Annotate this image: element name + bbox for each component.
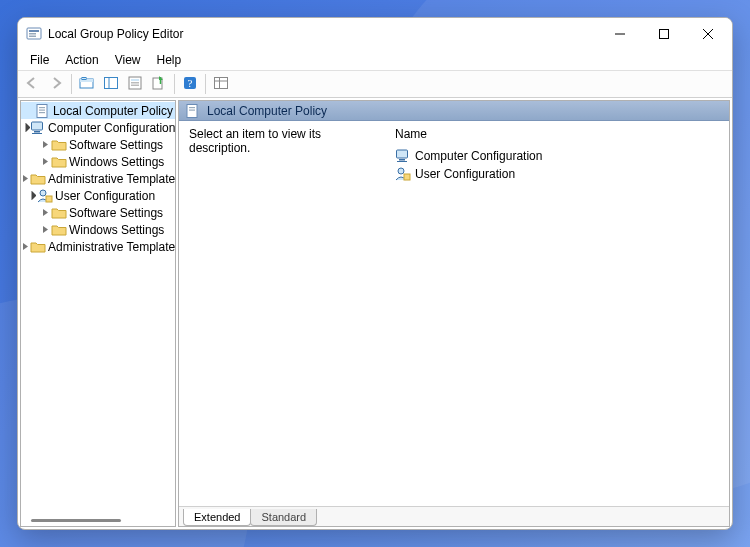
- list-item-user-configuration[interactable]: User Configuration: [393, 165, 723, 183]
- horizontal-scrollbar[interactable]: [21, 514, 175, 526]
- svg-rect-24: [32, 122, 43, 130]
- svg-rect-32: [397, 150, 408, 158]
- tree-label: Computer Configuration: [48, 121, 175, 135]
- maximize-button[interactable]: [642, 19, 686, 49]
- properties-icon: [127, 75, 143, 94]
- svg-rect-29: [187, 104, 197, 117]
- menu-help[interactable]: Help: [149, 51, 190, 69]
- folder-icon: [51, 205, 67, 221]
- svg-rect-34: [397, 161, 407, 162]
- collapse-twisty-icon[interactable]: [39, 208, 51, 217]
- document-icon: [185, 103, 201, 119]
- forward-button[interactable]: [45, 73, 67, 95]
- tree-node-software-settings[interactable]: Software Settings: [21, 204, 175, 221]
- expand-twisty-icon[interactable]: [21, 123, 30, 132]
- properties-button[interactable]: [124, 73, 146, 95]
- menubar: File Action View Help: [18, 50, 732, 70]
- list-item-computer-configuration[interactable]: Computer Configuration: [393, 147, 723, 165]
- detail-pane: Local Computer Policy Select an item to …: [178, 100, 730, 527]
- user-config-icon: [395, 166, 411, 182]
- svg-rect-25: [34, 131, 40, 133]
- tree-label: Administrative Templates: [48, 240, 175, 254]
- tree-label: Windows Settings: [69, 223, 164, 237]
- svg-rect-22: [39, 109, 45, 110]
- menu-file[interactable]: File: [22, 51, 57, 69]
- svg-rect-1: [29, 30, 39, 32]
- svg-rect-33: [399, 159, 405, 161]
- tab-standard[interactable]: Standard: [250, 509, 317, 526]
- expand-twisty-icon[interactable]: [25, 191, 37, 200]
- tree-node-computer-configuration[interactable]: Computer Configuration: [21, 119, 175, 136]
- tree-root-local-computer-policy[interactable]: Local Computer Policy: [21, 102, 175, 119]
- svg-rect-11: [131, 79, 139, 81]
- tree-node-software-settings[interactable]: Software Settings: [21, 136, 175, 153]
- tree-label: Software Settings: [69, 206, 163, 220]
- tree-label: Administrative Templates: [48, 172, 175, 186]
- tab-extended[interactable]: Extended: [183, 509, 251, 526]
- titlebar[interactable]: Local Group Policy Editor: [18, 18, 732, 50]
- window-controls: [598, 19, 730, 49]
- policy-tree[interactable]: Local Computer Policy: [21, 101, 175, 514]
- collapse-twisty-icon[interactable]: [21, 242, 30, 251]
- list-item-label: User Configuration: [415, 167, 515, 181]
- gpedit-window: Local Group Policy Editor File Action Vi…: [17, 17, 733, 530]
- list-item-label: Computer Configuration: [415, 149, 542, 163]
- tree-label: Local Computer Policy: [53, 104, 173, 118]
- menu-action[interactable]: Action: [57, 51, 106, 69]
- svg-rect-3: [29, 36, 36, 38]
- folder-icon: [51, 222, 67, 238]
- svg-rect-17: [215, 77, 228, 88]
- help-button[interactable]: ?: [179, 73, 201, 95]
- up-level-button[interactable]: [76, 73, 98, 95]
- svg-rect-36: [404, 174, 410, 180]
- collapse-twisty-icon[interactable]: [39, 225, 51, 234]
- tree-node-windows-settings[interactable]: Windows Settings: [21, 221, 175, 238]
- tree-pane: Local Computer Policy: [20, 100, 176, 527]
- window-title: Local Group Policy Editor: [48, 27, 598, 41]
- user-config-icon: [37, 188, 53, 204]
- svg-rect-2: [29, 33, 36, 35]
- toolbar-separator: [205, 74, 206, 94]
- export-list-button[interactable]: [148, 73, 170, 95]
- arrow-right-icon: [49, 76, 63, 93]
- computer-config-icon: [30, 120, 46, 136]
- computer-config-icon: [395, 148, 411, 164]
- show-hide-tree-button[interactable]: [100, 73, 122, 95]
- collapse-twisty-icon[interactable]: [39, 140, 51, 149]
- svg-rect-31: [189, 109, 195, 110]
- toolbar-separator: [71, 74, 72, 94]
- description-text: Select an item to view its description.: [189, 127, 321, 155]
- column-header-name[interactable]: Name: [395, 127, 723, 141]
- scrollbar-thumb[interactable]: [31, 519, 121, 522]
- folder-icon: [51, 137, 67, 153]
- export-icon: [151, 75, 167, 94]
- back-button[interactable]: [21, 73, 43, 95]
- detail-header-title: Local Computer Policy: [207, 104, 327, 118]
- collapse-twisty-icon[interactable]: [39, 157, 51, 166]
- toolbar-separator: [174, 74, 175, 94]
- detail-header: Local Computer Policy: [179, 101, 729, 121]
- filter-button[interactable]: [210, 73, 232, 95]
- svg-text:?: ?: [188, 77, 193, 89]
- content-area: Local Computer Policy: [18, 98, 732, 529]
- svg-rect-28: [46, 196, 52, 202]
- folder-icon: [30, 171, 46, 187]
- tree-node-administrative-templates[interactable]: Administrative Templates: [21, 238, 175, 255]
- tree-node-administrative-templates[interactable]: Administrative Templates: [21, 170, 175, 187]
- menu-view[interactable]: View: [107, 51, 149, 69]
- svg-rect-30: [189, 107, 195, 108]
- items-column: Name Computer Configuration User Configu…: [387, 121, 729, 506]
- folder-icon: [30, 239, 46, 255]
- tree-node-windows-settings[interactable]: Windows Settings: [21, 153, 175, 170]
- svg-rect-8: [105, 77, 118, 88]
- tree-label: User Configuration: [55, 189, 155, 203]
- tree-label: Windows Settings: [69, 155, 164, 169]
- svg-rect-4: [660, 30, 669, 39]
- svg-rect-20: [37, 104, 47, 117]
- panel-tree-icon: [103, 75, 119, 94]
- close-button[interactable]: [686, 19, 730, 49]
- tree-node-user-configuration[interactable]: User Configuration: [21, 187, 175, 204]
- description-column: Select an item to view its description.: [179, 121, 387, 506]
- minimize-button[interactable]: [598, 19, 642, 49]
- collapse-twisty-icon[interactable]: [21, 174, 30, 183]
